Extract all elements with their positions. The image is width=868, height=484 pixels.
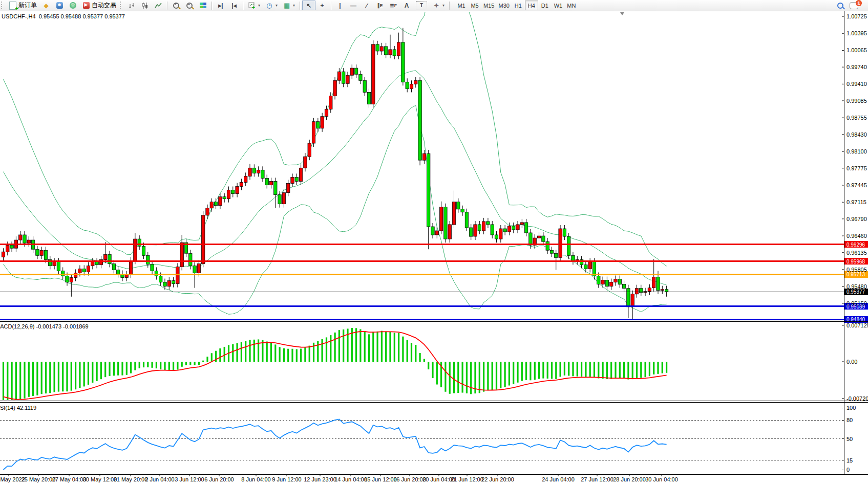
time-axis-label: 31 May 20:00 [114,476,148,482]
svg-text:0.95480: 0.95480 [846,283,867,290]
time-axis-label: 16 Jun 20:00 [393,476,426,482]
rsi-value: 42.1119 [17,405,36,411]
time-axis-label: 2 Jun 04:00 [145,476,175,482]
svg-text:0.96296: 0.96296 [846,242,865,248]
svg-text:0.95150: 0.95150 [846,300,867,306]
time-axis-label: 28 Jun 20:00 [613,476,646,482]
rsi-levels: 1008050150 [0,405,856,473]
pane-borders [0,11,868,475]
svg-text:0.97115: 0.97115 [846,199,866,205]
svg-text:0.99085: 0.99085 [846,98,867,104]
time-axis-label: 12 Jun 23:00 [304,476,336,482]
svg-text:0.96790: 0.96790 [846,216,867,222]
svg-text:0.96460: 0.96460 [846,233,867,239]
svg-text:0: 0 [846,467,850,473]
price-lines: 0.962960.959680.957130.953770.950890.948… [0,241,868,322]
time-axis-label: 25 May 20:00 [22,476,56,482]
time-axis-label: 8 Jun 04:00 [241,476,271,482]
svg-text:50: 50 [846,436,853,442]
svg-text:0.99740: 0.99740 [846,64,867,70]
time-axis-label: 3 Jun 12:00 [175,476,204,482]
svg-text:0.97775: 0.97775 [846,165,867,171]
time-axis-label: 21 Jun 12:00 [451,476,483,482]
time-axis-label: 9 Jun 12:00 [272,476,302,482]
svg-text:0.98100: 0.98100 [846,148,867,155]
chart-shift-marker [620,12,624,15]
macd-values: -0.001473 -0.001869 [36,323,88,329]
svg-text:0.98755: 0.98755 [846,115,867,121]
svg-text:0.95377: 0.95377 [846,289,865,295]
svg-text:15: 15 [846,457,853,464]
svg-text:100: 100 [846,405,856,411]
svg-text:0.00: 0.00 [846,359,857,365]
ohlc-readout: 0.95455 0.95488 0.95377 0.95377 [39,13,125,19]
svg-text:1.00395: 1.00395 [846,30,867,36]
chart-title: USDCHF-,H4 0.95455 0.95488 0.95377 0.953… [2,13,125,19]
svg-text:0.95968: 0.95968 [846,259,865,265]
rsi-label: RSI(14) 42.1119 [0,405,36,411]
time-axis-label: 14 Jun 04:00 [334,476,367,482]
time-axis-label: 30 Jun 04:00 [645,476,678,482]
svg-text:0.96135: 0.96135 [846,250,867,256]
svg-text:1.00725: 1.00725 [846,13,867,19]
time-axis-label: 27 May 04:00 [52,476,87,482]
time-axis-label: 27 Jun 12:00 [581,476,613,482]
svg-text:1.00065: 1.00065 [846,47,867,53]
macd-axis: 0.0071250.00-0.007201 [842,322,868,402]
chart-canvas[interactable]: 0.962960.959680.957130.953770.950890.948… [0,0,868,484]
time-axis: 24 May 202225 May 20:0027 May 04:0030 Ma… [0,474,678,482]
svg-text:80: 80 [846,417,853,423]
time-axis-label: 24 Jun 04:00 [542,476,575,482]
time-axis-label: 15 Jun 12:00 [364,476,397,482]
candles [2,28,668,321]
svg-text:0.97445: 0.97445 [846,182,867,188]
time-axis-label: 30 May 12:00 [83,476,117,482]
rsi-line [4,419,667,470]
time-axis-label: 6 Jun 20:00 [204,476,234,482]
bollinger-bands [4,0,667,314]
symbol-period: USDCHF-,H4 [2,13,36,19]
macd-label: MACD(12,26,9) -0.001473 -0.001869 [0,323,89,329]
svg-text:0.007125: 0.007125 [846,322,868,328]
svg-text:0.95805: 0.95805 [846,267,867,273]
time-axis-label: 22 Jun 20:00 [481,476,514,482]
svg-text:0.98430: 0.98430 [846,131,867,138]
svg-text:0.99410: 0.99410 [846,81,867,87]
